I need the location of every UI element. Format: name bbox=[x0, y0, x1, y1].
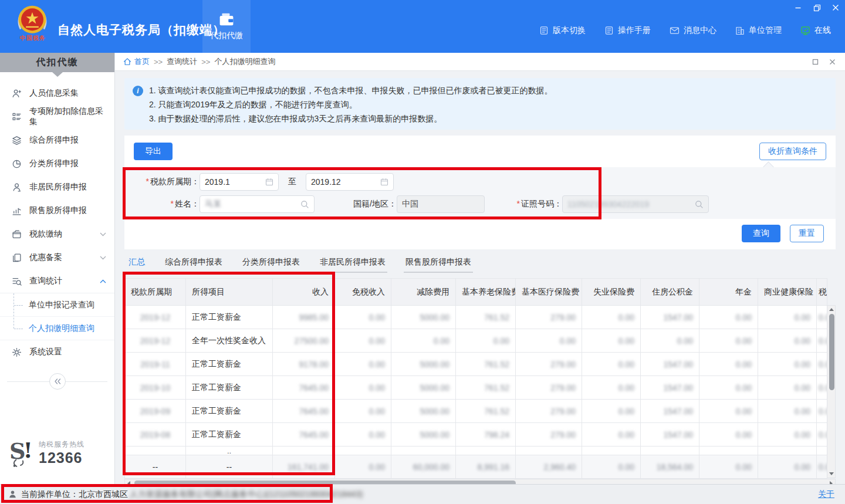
sidebar-item-nonresident-income[interactable]: 非居民所得申报 bbox=[0, 175, 114, 199]
table-cell: 0.00 bbox=[758, 423, 817, 447]
table-cell: 279.00 bbox=[516, 376, 582, 400]
table-col-header: 税款所属期 bbox=[125, 279, 186, 306]
collapse-query-button[interactable]: 收折查询条件 bbox=[759, 143, 826, 160]
content-area: 首页 >> 查询统计 >> 个人扣缴明细查询 i 1. 该查询统计表仅能查询已申… bbox=[115, 53, 845, 484]
search-icon[interactable] bbox=[695, 200, 704, 209]
scroll-down-arrow-icon[interactable] bbox=[829, 472, 834, 475]
table-cell: 0.00 bbox=[817, 376, 827, 400]
sidebar-item-system-settings[interactable]: 系统设置 bbox=[0, 340, 114, 364]
table-cell: 0.00 bbox=[699, 400, 758, 423]
nationality-input[interactable]: 中国 bbox=[397, 195, 485, 213]
table-cell: 5000.00 bbox=[391, 376, 456, 400]
panel-maximize-icon[interactable] bbox=[812, 59, 819, 65]
table-cell: 2019-08 bbox=[125, 423, 186, 447]
hotline-block: S ! 纳税服务热线 12366 bbox=[0, 438, 114, 484]
table-total-row: ----161,741.000.0060,000.008,991.162,960… bbox=[125, 455, 827, 479]
horizontal-scroll-thumb[interactable] bbox=[134, 481, 516, 484]
wallet-icon bbox=[219, 12, 234, 26]
name-label: *姓名： bbox=[138, 199, 200, 209]
vertical-scroll-thumb[interactable] bbox=[829, 314, 834, 390]
close-icon[interactable] bbox=[831, 3, 840, 12]
table-col-header: 免税收入 bbox=[335, 279, 391, 306]
sidebar-item-personnel-info[interactable]: 人员信息采集 bbox=[0, 82, 114, 105]
table-cell: 0.00 bbox=[582, 329, 641, 353]
sidebar-subitem-unit-declaration-query[interactable]: 单位申报记录查询 bbox=[0, 293, 114, 317]
table-cell: 9178.00 bbox=[273, 353, 335, 376]
table-cell: 正常工资薪金 bbox=[186, 423, 273, 447]
online-status[interactable]: 在线 bbox=[800, 25, 831, 36]
sidebar-item-preference-record[interactable]: 优惠备案 bbox=[0, 246, 114, 269]
table-cell: 9985.00 bbox=[273, 306, 335, 329]
sidebar-item-comprehensive-income[interactable]: 综合所得申报 bbox=[0, 128, 114, 152]
period-from-input[interactable]: 2019.1 bbox=[200, 173, 279, 191]
table-cell: 0.00 bbox=[817, 306, 827, 329]
table-cell: 0.00 bbox=[391, 329, 456, 353]
current-unit-label: 当前操作单位： bbox=[21, 489, 79, 500]
breadcrumb-home-link[interactable]: 首页 bbox=[123, 56, 150, 67]
sidebar-item-restricted-shares[interactable]: 限售股所得申报 bbox=[0, 199, 114, 222]
table-col-header: 年金 bbox=[699, 279, 758, 306]
tab-nonresident-income[interactable]: 非居民所得申报表 bbox=[318, 254, 387, 273]
tab-summary[interactable]: 汇总 bbox=[127, 254, 147, 273]
sidebar-item-classified-income[interactable]: 分类所得申报 bbox=[0, 152, 114, 175]
table-header-row: 税款所属期所得项目收入免税收入减除费用基本养老保险费基本医疗保险费失业保险费住房… bbox=[125, 279, 827, 306]
sidebar-item-query-statistics[interactable]: 查询统计 bbox=[0, 269, 114, 293]
table-cell: 761.52 bbox=[456, 353, 516, 376]
export-button[interactable]: 导出 bbox=[134, 143, 173, 160]
wallet-icon bbox=[12, 229, 22, 239]
window-controls bbox=[793, 3, 840, 12]
table-row: 2019-10正常工资薪金7645.000.005000.00761.52279… bbox=[125, 376, 827, 400]
table-cell: 18,564.00 bbox=[641, 455, 699, 479]
name-input[interactable]: 马某 bbox=[200, 195, 315, 213]
restore-icon[interactable] bbox=[812, 3, 822, 12]
table-cell: 正常工资薪金 bbox=[186, 376, 273, 400]
tab-classified-income[interactable]: 分类所得申报表 bbox=[241, 254, 302, 273]
message-center-button[interactable]: 消息中心 bbox=[670, 25, 716, 36]
table-cell: 279.00 bbox=[516, 353, 582, 376]
table-cell bbox=[582, 447, 641, 455]
panel-close-icon[interactable] bbox=[829, 59, 836, 65]
scroll-right-arrow-icon[interactable] bbox=[830, 481, 833, 485]
scroll-left-arrow-icon[interactable] bbox=[127, 481, 130, 485]
header-tab-withholding[interactable]: 代扣代缴 bbox=[202, 0, 251, 53]
about-link[interactable]: 关于 bbox=[818, 489, 834, 500]
table-col-header: 所得项目 bbox=[186, 279, 273, 306]
document-icon bbox=[539, 26, 549, 35]
person-add-icon bbox=[12, 89, 22, 99]
current-unit-region: 北京市西城区 bbox=[79, 489, 128, 500]
manual-button[interactable]: 操作手册 bbox=[604, 25, 651, 36]
table-cell: 0.00 bbox=[699, 306, 758, 329]
period-to-input[interactable]: 2019.12 bbox=[306, 173, 394, 191]
query-button[interactable]: 查询 bbox=[742, 225, 780, 242]
calendar-icon[interactable] bbox=[380, 178, 388, 186]
scroll-up-arrow-icon[interactable] bbox=[829, 308, 834, 311]
sidebar-item-special-deduction[interactable]: 专项附加扣除信息采集 bbox=[0, 105, 114, 128]
hotline-label: 纳税服务热线 bbox=[39, 439, 84, 449]
sidebar-item-tax-payment[interactable]: 税款缴纳 bbox=[0, 222, 114, 246]
table-cell: 5000.00 bbox=[391, 400, 456, 423]
breadcrumb-level1: 查询统计 bbox=[167, 56, 197, 67]
vertical-scrollbar[interactable] bbox=[827, 305, 836, 478]
id-number-input[interactable]: 110502199304222019 bbox=[562, 195, 709, 213]
sidebar-subitem-personal-withholding-query[interactable]: 个人扣缴明细查询 bbox=[0, 317, 114, 340]
tab-restricted-shares[interactable]: 限售股所得申报表 bbox=[404, 254, 473, 273]
query-statistics-submenu: 单位申报记录查询 个人扣缴明细查询 bbox=[0, 293, 114, 340]
sidebar-collapse-button[interactable] bbox=[49, 373, 66, 390]
search-icon[interactable] bbox=[300, 200, 309, 209]
table-row: 2019-12全年一次性奖金收入27500.000.000.000.000.00… bbox=[125, 329, 827, 353]
table-col-header: 基本养老保险费 bbox=[456, 279, 516, 306]
org-management-button[interactable]: 单位管理 bbox=[735, 25, 782, 36]
reset-button[interactable]: 重置 bbox=[790, 225, 824, 242]
minimize-icon[interactable] bbox=[793, 3, 803, 12]
horizontal-scrollbar[interactable] bbox=[124, 479, 836, 484]
home-icon bbox=[123, 57, 131, 66]
app-title: 自然人电子税务局（扣缴端） bbox=[58, 22, 225, 38]
table-cell: 1547.00 bbox=[641, 400, 699, 423]
version-switch-button[interactable]: 版本切换 bbox=[539, 25, 586, 36]
table-cell: 0.00 bbox=[641, 329, 699, 353]
calendar-icon[interactable] bbox=[265, 178, 273, 186]
table-cell: 2019-09 bbox=[125, 400, 186, 423]
tab-comprehensive-income[interactable]: 综合所得申报表 bbox=[163, 254, 224, 273]
user-icon bbox=[8, 490, 17, 499]
result-table: 税款所属期所得项目收入免税收入减除费用基本养老保险费基本医疗保险费失业保险费住房… bbox=[124, 278, 827, 479]
